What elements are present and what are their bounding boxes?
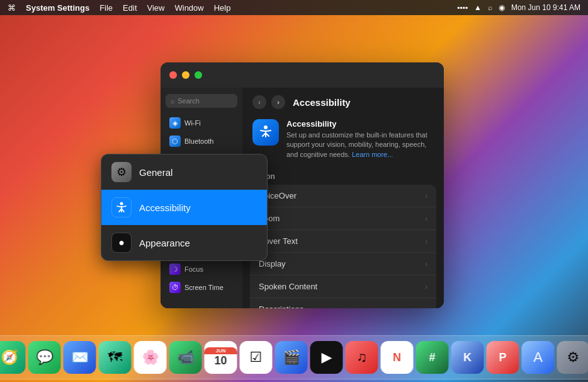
sidebar-item-focus-label: Focus	[184, 265, 203, 273]
dock-photos[interactable]: 🌸	[134, 341, 167, 374]
dock-maps[interactable]: 🗺	[99, 341, 132, 374]
display-label: Display	[259, 259, 425, 269]
vision-section-label: Vision	[242, 170, 444, 185]
accessibility-popup-icon	[111, 197, 132, 217]
dock-keynote[interactable]: K	[451, 341, 484, 374]
menubar-battery: ▪▪▪▪	[457, 3, 468, 12]
menubar-edit[interactable]: Edit	[123, 3, 137, 13]
vision-voiceover-item[interactable]: VoiceOver ›	[250, 185, 436, 207]
popup-item-appearance[interactable]: ● Appearance	[101, 225, 267, 260]
dock-safari[interactable]: 🧭	[0, 341, 26, 374]
page-title: Accessibility	[293, 97, 351, 108]
zoom-arrow: ›	[425, 214, 427, 223]
accessibility-learn-more-link[interactable]: Learn more...	[352, 151, 393, 158]
svg-point-1	[120, 202, 123, 205]
spokencontent-label: Spoken Content	[259, 282, 425, 291]
accessibility-hero-icon	[252, 119, 279, 146]
menubar-left: ⌘ System Settings File Edit View Window …	[8, 3, 457, 13]
dock-tv[interactable]: ▶	[310, 341, 343, 374]
menubar-datetime: Mon Jun 10 9:41 AM	[511, 3, 580, 12]
vision-zoom-item[interactable]: Zoom ›	[250, 207, 436, 230]
search-bar[interactable]: ⌕ Search	[166, 94, 237, 108]
popup-item-general[interactable]: ⚙ General	[101, 154, 267, 190]
general-popup-icon: ⚙	[111, 162, 132, 182]
dock-reminders[interactable]: ☑	[240, 341, 273, 374]
search-icon: ⌕	[171, 97, 175, 105]
dock: 😊 🚀 🧭 💬 ✉️ 🗺 🌸 📹 JUN 10 ☑ 🎬 ▶ ♫ N # K P …	[0, 335, 588, 379]
dock-mail[interactable]: ✉️	[64, 341, 96, 374]
vision-display-item[interactable]: Display ›	[250, 253, 436, 275]
hovertext-label: Hover Text	[259, 236, 425, 246]
accessibility-desc-text: Set up and customize the built-in featur…	[286, 130, 434, 159]
content-header: ‹ › Accessibility	[242, 88, 444, 114]
dock-news[interactable]: N	[381, 341, 414, 374]
dock-syspreferences[interactable]: ⚙	[557, 341, 589, 374]
maximize-button[interactable]	[195, 71, 202, 79]
dock-appstore[interactable]: A	[522, 341, 555, 374]
screentime-icon: ⏱	[169, 282, 181, 293]
sidebar-item-bluetooth-label: Bluetooth	[184, 137, 213, 145]
close-button[interactable]	[169, 71, 177, 79]
dock-messages[interactable]: 💬	[28, 341, 61, 374]
menubar-view[interactable]: View	[147, 3, 165, 13]
desktop-content: ⌕ Search ◈ Wi-Fi ⬡ Bluetooth ◉ Network	[0, 15, 588, 332]
menubar-siri-icon[interactable]: ◉	[499, 3, 505, 12]
dock-music[interactable]: ♫	[346, 341, 378, 374]
accessibility-desc-title: Accessibility	[286, 119, 434, 129]
menubar-search-icon[interactable]: ⌕	[488, 3, 492, 12]
search-placeholder: Search	[178, 97, 200, 105]
bluetooth-icon: ⬡	[169, 136, 181, 147]
descriptions-arrow: ›	[425, 305, 427, 308]
vision-hovertext-item[interactable]: Hover Text ›	[250, 230, 436, 253]
nav-forward-button[interactable]: ›	[271, 95, 285, 109]
menubar-window[interactable]: Window	[174, 3, 203, 13]
menubar: ⌘ System Settings File Edit View Window …	[0, 0, 588, 15]
desktop: ⌘ System Settings File Edit View Window …	[0, 0, 588, 382]
menubar-file[interactable]: File	[99, 3, 113, 13]
popup-accessibility-label: Accessibility	[139, 202, 191, 213]
main-content: ‹ › Accessibility	[242, 88, 444, 308]
sidebar-item-wifi-label: Wi-Fi	[184, 119, 201, 127]
dock-imovie[interactable]: 🎬	[275, 341, 308, 374]
vision-descriptions-item[interactable]: Descriptions ›	[250, 298, 436, 308]
popup-item-accessibility[interactable]: Accessibility	[101, 190, 267, 225]
nav-back-button[interactable]: ‹	[252, 95, 266, 109]
appearance-popup-icon: ●	[111, 233, 132, 253]
dock-pages[interactable]: P	[487, 341, 519, 374]
menubar-wifi-icon[interactable]: ▲	[474, 3, 482, 12]
voiceover-arrow: ›	[425, 192, 427, 200]
svg-point-0	[264, 125, 268, 129]
sidebar-item-screentime-label: Screen Time	[184, 284, 223, 291]
display-arrow: ›	[425, 260, 427, 269]
popup-general-label: General	[139, 167, 172, 178]
voiceover-label: VoiceOver	[259, 191, 425, 200]
accessibility-hero: Accessibility Set up and customize the b…	[242, 114, 444, 170]
apple-menu[interactable]: ⌘	[8, 3, 16, 13]
dock-facetime[interactable]: 📹	[169, 341, 202, 374]
popup-appearance-label: Appearance	[139, 238, 190, 248]
sidebar-item-bluetooth[interactable]: ⬡ Bluetooth	[163, 132, 240, 150]
accessibility-description: Accessibility Set up and customize the b…	[286, 119, 434, 159]
zoom-label: Zoom	[259, 214, 425, 223]
context-menu-popup: ⚙ General Accessibility ● Appearanc	[101, 154, 268, 261]
vision-spokencontent-item[interactable]: Spoken Content ›	[250, 275, 436, 298]
hovertext-arrow: ›	[425, 237, 427, 246]
menubar-right: ▪▪▪▪ ▲ ⌕ ◉ Mon Jun 10 9:41 AM	[457, 3, 580, 12]
sidebar-item-screentime[interactable]: ⏱ Screen Time	[163, 279, 240, 296]
sidebar-item-wifi[interactable]: ◈ Wi-Fi	[163, 114, 240, 132]
minimize-button[interactable]	[182, 71, 189, 79]
descriptions-label: Descriptions	[259, 304, 425, 308]
spokencontent-arrow: ›	[425, 282, 427, 291]
dock-calendar[interactable]: JUN 10	[205, 341, 237, 374]
menubar-help[interactable]: Help	[214, 3, 231, 13]
vision-list-group: VoiceOver › Zoom › Hover Text › Displa	[250, 185, 436, 308]
dock-numbers[interactable]: #	[416, 341, 449, 374]
wifi-icon: ◈	[169, 117, 181, 129]
menubar-app-name: System Settings	[26, 3, 89, 13]
sidebar-item-focus[interactable]: ☽ Focus	[163, 260, 240, 278]
focus-icon: ☽	[169, 263, 181, 275]
window-titlebar	[161, 62, 444, 88]
